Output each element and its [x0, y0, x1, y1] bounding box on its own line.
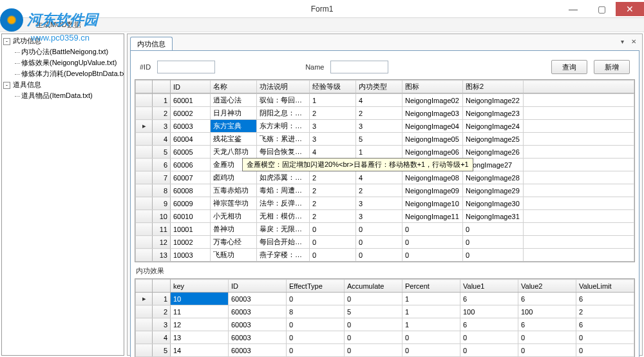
effect-grid[interactable]: key ID EffectType Accumulate Percent Val… [135, 278, 635, 357]
content-panel: 内功信息 ▾ ✕ #ID Name 查询 新增 [127, 34, 643, 356]
table-row[interactable]: 1110001兽神功暴戾：无限反…0000 [136, 223, 634, 236]
table-row[interactable]: ▸360003东方宝典东方未明：每…33NeigongImage04Neigon… [136, 120, 634, 133]
tree-node-wugong[interactable]: -武功信息 [3, 35, 122, 46]
menubar: 文件 生成MOD数据 [0, 18, 644, 32]
col-effecttype[interactable]: EffectType [287, 280, 345, 293]
effect-section-label: 内功效果 [136, 266, 635, 276]
query-button[interactable]: 查询 [551, 60, 587, 74]
new-button[interactable]: 新增 [594, 60, 630, 74]
table-row[interactable]: 460004残花宝鉴飞殇：累进闪…35NeigongImage05Neigong… [136, 133, 634, 146]
col-id[interactable]: ID [171, 81, 211, 93]
tree-panel: -武功信息 内功心法(BattleNeigong.txt) 修炼效果(Neigo… [1, 34, 124, 356]
table-row[interactable]: 1060010小无相功无相：模仿敌…23NeigongImage11Neigon… [136, 210, 634, 223]
menu-file[interactable]: 文件 [3, 19, 24, 31]
tree-leaf-upvalue[interactable]: 修炼效果(NeigongUpValue.txt) [12, 57, 122, 68]
col-percent[interactable]: Percent [402, 280, 460, 293]
window-title: Form1 [311, 5, 334, 14]
tree-toggle-icon[interactable]: - [3, 38, 10, 45]
col-type[interactable]: 内功类型 [356, 81, 402, 93]
table-row[interactable]: ▸11060003001666 [136, 293, 634, 305]
table-row[interactable]: 960009禅宗莲华功法华：反弹敌…23NeigongImage10Neigon… [136, 197, 634, 210]
table-row[interactable]: 51460003000000 [136, 344, 634, 357]
col-value1[interactable]: Value1 [460, 280, 518, 293]
col-level[interactable]: 经验等级 [310, 81, 356, 93]
tree-leaf-develop[interactable]: 修炼体力消耗(DevelopBtnData.txt) [12, 68, 122, 79]
table-row[interactable]: 260002日月神功阴阳之息：累…22NeigongImage03Neigong… [136, 107, 634, 120]
table-row[interactable]: 560005天龙八部功每回合恢复气…41NeigongImage06Neigon… [136, 146, 634, 159]
tree-leaf-neigong[interactable]: 内功心法(BattleNeigong.txt) [12, 46, 122, 57]
tab-content: #ID Name 查询 新增 ID 名称 功法说明 经验等级 内 [130, 51, 639, 357]
col-icon[interactable]: 图标 [402, 81, 463, 93]
titlebar: Form1 — ▢ ✕ [0, 0, 644, 18]
table-row[interactable]: 1310003飞瓶功燕子穿楼：累…0000 [136, 249, 634, 262]
id-label: #ID [140, 63, 151, 71]
minimize-button[interactable]: — [559, 2, 587, 16]
table-row[interactable]: 41360003000000 [136, 331, 634, 344]
id-input[interactable] [157, 61, 215, 73]
tab-neigong-info[interactable]: 内功信息 [130, 37, 173, 50]
menu-generate-mod[interactable]: 生成MOD数据 [32, 19, 85, 31]
col-name[interactable]: 名称 [211, 81, 257, 93]
col-accumulate[interactable]: Accumulate [345, 280, 402, 293]
table-row[interactable]: 160001逍遥心法驭仙：每回合…14NeigongImage02Neigong… [136, 94, 634, 107]
col-desc[interactable]: 功法说明 [257, 81, 310, 93]
table-row[interactable]: 31260003001666 [136, 318, 634, 331]
table-row[interactable]: 860008五毒赤焰功毒焰：周遭两…22NeigongImage09Neigon… [136, 184, 634, 197]
search-row: #ID Name 查询 新增 [135, 55, 635, 79]
name-label: Name [305, 63, 324, 71]
tab-dropdown-icon[interactable]: ▾ [618, 37, 627, 46]
maximize-button[interactable]: ▢ [587, 2, 616, 16]
tooltip: 金雁横空：固定增加闪避20%<br>日暮雁行：移动格数+1，行动等级+1 [242, 158, 473, 171]
col-icon2[interactable]: 图标2 [463, 81, 524, 93]
col-id[interactable]: ID [229, 280, 287, 293]
tree-toggle-icon[interactable]: - [3, 82, 10, 89]
col-key[interactable]: key [171, 280, 229, 293]
tree-leaf-itemdata[interactable]: 道具物品(ItemData.txt) [12, 90, 122, 101]
table-row[interactable]: 211600038511001002 [136, 305, 634, 318]
col-value2[interactable]: Value2 [518, 280, 576, 293]
table-row[interactable]: 760007卤鸡功如虎添翼：大…24NeigongImage08NeigongI… [136, 171, 634, 184]
name-input[interactable] [330, 61, 388, 73]
tabbar: 内功信息 ▾ ✕ [130, 37, 639, 51]
close-button[interactable]: ✕ [616, 2, 644, 16]
tab-close-icon[interactable]: ✕ [629, 37, 638, 46]
col-valuelimit[interactable]: ValueLimit [576, 280, 634, 293]
tree-node-daoju[interactable]: -道具信息 [3, 79, 122, 90]
main-grid[interactable]: ID 名称 功法说明 经验等级 内功类型 图标 图标2 160001逍遥心法驭仙… [135, 79, 635, 262]
table-row[interactable]: 1210002万毒心经每回合开始时…0000 [136, 236, 634, 249]
